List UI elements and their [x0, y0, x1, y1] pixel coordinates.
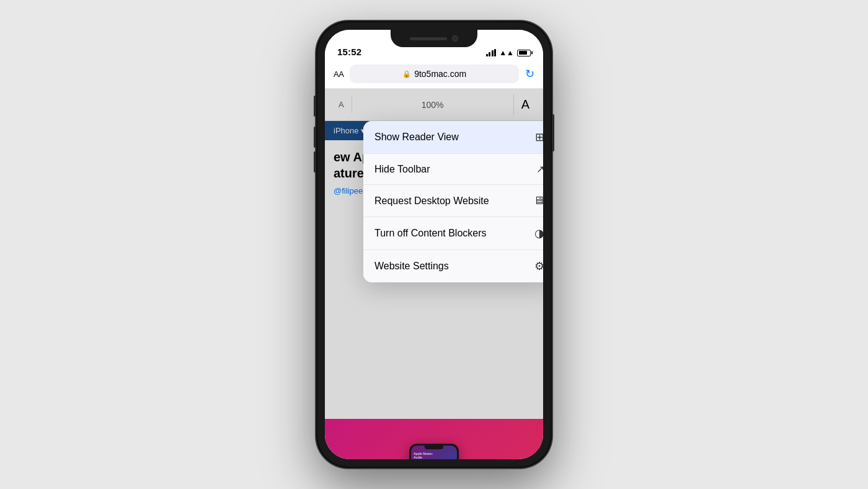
page-background: 15:52 ▲▲ AA 🔒 — [0, 0, 868, 489]
menu-item-hide-toolbar-label: Hide Toolbar — [374, 164, 430, 175]
phone-wrapper: 15:52 ▲▲ AA 🔒 — [316, 21, 552, 468]
menu-item-hide-toolbar[interactable]: Hide Toolbar ↗ — [363, 154, 543, 185]
menu-item-hide-toolbar-icon: ↗ — [536, 163, 543, 175]
signal-icon — [486, 49, 497, 56]
signal-bar-4 — [494, 49, 496, 56]
menu-item-content-blockers-icon: ◑ — [534, 227, 543, 240]
address-bar: AA 🔒 9to5mac.com ↻ — [325, 61, 543, 89]
menu-item-website-settings[interactable]: Website Settings ⚙ — [363, 250, 543, 282]
battery-fill — [519, 51, 528, 55]
url-bar[interactable]: 🔒 9to5mac.com — [350, 65, 519, 83]
wifi-icon: ▲▲ — [499, 48, 514, 57]
aa-button[interactable]: AA — [334, 70, 343, 79]
menu-item-reader-view[interactable]: Show Reader View ⊞ — [363, 121, 543, 154]
signal-bar-3 — [492, 50, 494, 56]
screen-layout: A 100% A iPhone ▾ › Watch › ew Appleatur… — [325, 89, 543, 459]
notch — [391, 30, 477, 47]
menu-item-website-settings-icon: ⚙ — [534, 259, 543, 273]
status-icons: ▲▲ — [486, 48, 531, 57]
signal-bar-2 — [489, 52, 490, 56]
url-text: 9to5mac.com — [414, 69, 466, 79]
status-time: 15:52 — [337, 47, 361, 57]
menu-item-desktop-site[interactable]: Request Desktop Website 🖥 — [363, 185, 543, 217]
menu-item-desktop-site-icon: 🖥 — [533, 194, 543, 207]
menu-item-content-blockers-label: Turn off Content Blockers — [374, 228, 487, 239]
menu-item-website-settings-label: Website Settings — [374, 261, 449, 272]
menu-item-desktop-site-label: Request Desktop Website — [374, 195, 489, 207]
menu-item-content-blockers[interactable]: Turn off Content Blockers ◑ — [363, 217, 543, 250]
menu-item-reader-view-label: Show Reader View — [374, 132, 459, 143]
phone-screen: 15:52 ▲▲ AA 🔒 — [325, 30, 543, 459]
signal-bar-1 — [486, 54, 488, 56]
notch-speaker — [410, 37, 447, 40]
menu-item-reader-view-icon: ⊞ — [535, 130, 543, 144]
battery-icon — [517, 50, 531, 56]
dropdown-menu: Show Reader View ⊞ Hide Toolbar ↗ Reques… — [363, 121, 543, 282]
lock-icon: 🔒 — [402, 70, 411, 78]
notch-camera — [452, 35, 458, 42]
reload-button[interactable]: ↻ — [525, 67, 534, 81]
